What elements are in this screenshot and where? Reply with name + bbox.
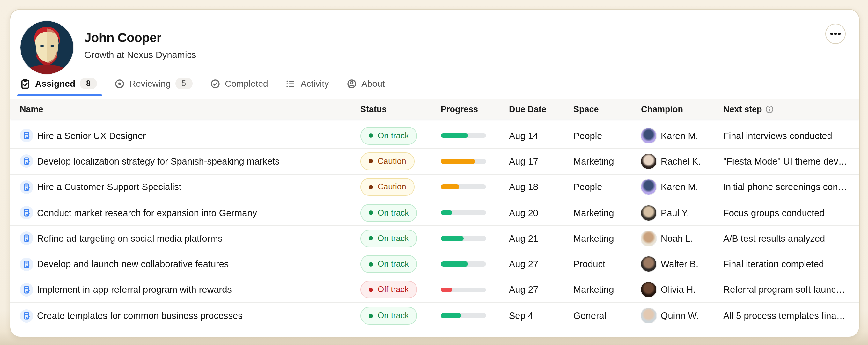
due-date: Aug 21 (509, 233, 574, 244)
user-circle-icon (346, 78, 357, 89)
champion-avatar (641, 205, 656, 220)
space: Marketing (574, 285, 641, 295)
column-header-progress[interactable]: Progress (441, 104, 509, 114)
space: Marketing (574, 208, 641, 218)
avatar (21, 21, 73, 74)
table-row[interactable]: Create templates for common business pro… (10, 303, 859, 329)
champion-name: Quinn W. (661, 311, 699, 321)
status-dot-icon (369, 236, 373, 241)
profile-subtitle: Growth at Nexus Dynamics (84, 49, 196, 61)
progress-fill (441, 133, 468, 138)
progress-bar (441, 133, 486, 138)
column-header-name[interactable]: Name (20, 104, 360, 114)
champion-avatar (641, 256, 656, 272)
space: Marketing (574, 233, 641, 244)
status-dot-icon (369, 288, 373, 292)
space: People (574, 130, 641, 140)
next-step: Final interviews conducted (723, 130, 859, 140)
tab-completed[interactable]: Completed (210, 72, 268, 95)
info-icon (765, 105, 774, 114)
champion-avatar (641, 231, 656, 246)
progress-bar (441, 287, 486, 292)
task-doc-icon (20, 232, 33, 245)
champion-name: Paul Y. (661, 208, 689, 218)
tab-count-badge: 8 (80, 78, 97, 89)
status-dot-icon (369, 185, 373, 189)
champion-name: Rachel K. (661, 156, 701, 166)
progress-fill (441, 313, 461, 318)
ellipsis-icon (831, 33, 833, 35)
tab-label: About (361, 79, 384, 89)
champion-name: Noah L. (661, 233, 693, 244)
task-name: Implement in-app referral program with r… (37, 285, 232, 295)
status-badge: Caution (360, 152, 414, 170)
progress-fill (441, 159, 475, 164)
progress-fill (441, 211, 452, 215)
next-step: Referral program soft-launc… (723, 285, 859, 295)
column-header-due-date[interactable]: Due Date (509, 104, 574, 114)
tab-label: Assigned (35, 79, 75, 89)
column-header-space[interactable]: Space (574, 104, 641, 114)
space: Product (574, 259, 641, 269)
due-date: Aug 27 (509, 285, 574, 295)
page-title: John Cooper (84, 30, 196, 45)
task-name: Develop and launch new collaborative fea… (37, 259, 229, 269)
task-doc-icon (20, 283, 33, 296)
task-name: Conduct market research for expansion in… (37, 208, 257, 218)
profile-tabs: Assigned 8 Reviewing 5 Completed (20, 72, 385, 95)
progress-bar (441, 185, 486, 189)
next-step: All 5 process templates fina… (723, 311, 859, 321)
table-row[interactable]: Develop localization strategy for Spanis… (10, 149, 859, 175)
tab-count-badge: 5 (175, 78, 192, 89)
table-row[interactable]: Conduct market research for expansion in… (10, 200, 859, 226)
next-step: Final iteration completed (723, 259, 859, 269)
tab-assigned[interactable]: Assigned 8 (20, 72, 97, 95)
champion-avatar (641, 308, 656, 323)
space: People (574, 182, 641, 192)
task-name: Hire a Senior UX Designer (37, 130, 146, 140)
table-row[interactable]: Refine ad targeting on social media plat… (10, 226, 859, 252)
progress-fill (441, 236, 464, 241)
column-header-next-step[interactable]: Next step (723, 104, 859, 114)
task-name: Create templates for common business pro… (37, 311, 243, 321)
due-date: Aug 18 (509, 182, 574, 192)
status-badge: On track (360, 229, 417, 247)
tab-activity[interactable]: Activity (285, 72, 329, 95)
table-row[interactable]: Implement in-app referral program with r… (10, 277, 859, 303)
status-badge: Off track (360, 281, 417, 299)
status-badge: On track (360, 307, 417, 324)
due-date: Aug 14 (509, 130, 574, 140)
check-circle-icon (210, 78, 220, 89)
clipboard-check-icon (20, 78, 31, 89)
due-date: Aug 27 (509, 259, 574, 269)
table-row[interactable]: Hire a Senior UX Designer On track Aug 1… (10, 123, 859, 149)
table-row[interactable]: Develop and launch new collaborative fea… (10, 252, 859, 277)
tab-label: Activity (301, 79, 329, 89)
status-badge: Caution (360, 178, 414, 196)
more-options-button[interactable] (825, 24, 846, 44)
champion-avatar (641, 179, 656, 194)
champion-avatar (641, 154, 656, 169)
task-doc-icon (20, 206, 33, 219)
progress-bar (441, 159, 486, 164)
next-step: Focus groups conducted (723, 208, 859, 218)
status-dot-icon (369, 211, 373, 215)
table-row[interactable]: Hire a Customer Support Specialist Cauti… (10, 175, 859, 200)
column-header-status[interactable]: Status (360, 104, 441, 114)
next-step: Initial phone screenings con… (723, 182, 859, 192)
task-name: Refine ad targeting on social media plat… (37, 233, 223, 244)
page: John Cooper Growth at Nexus Dynamics Ass… (0, 0, 868, 345)
list-icon (285, 78, 296, 89)
task-name: Develop localization strategy for Spanis… (37, 156, 280, 166)
status-dot-icon (369, 262, 373, 266)
champion-name: Karen M. (661, 130, 699, 140)
due-date: Aug 20 (509, 208, 574, 218)
tab-about[interactable]: About (346, 72, 384, 95)
task-table: Hire a Senior UX Designer On track Aug 1… (10, 123, 859, 329)
progress-bar (441, 262, 486, 266)
stylized-portrait (21, 21, 73, 74)
status-dot-icon (369, 159, 373, 164)
column-header-champion[interactable]: Champion (641, 104, 723, 114)
task-doc-icon (20, 129, 33, 142)
tab-reviewing[interactable]: Reviewing 5 (114, 72, 192, 95)
